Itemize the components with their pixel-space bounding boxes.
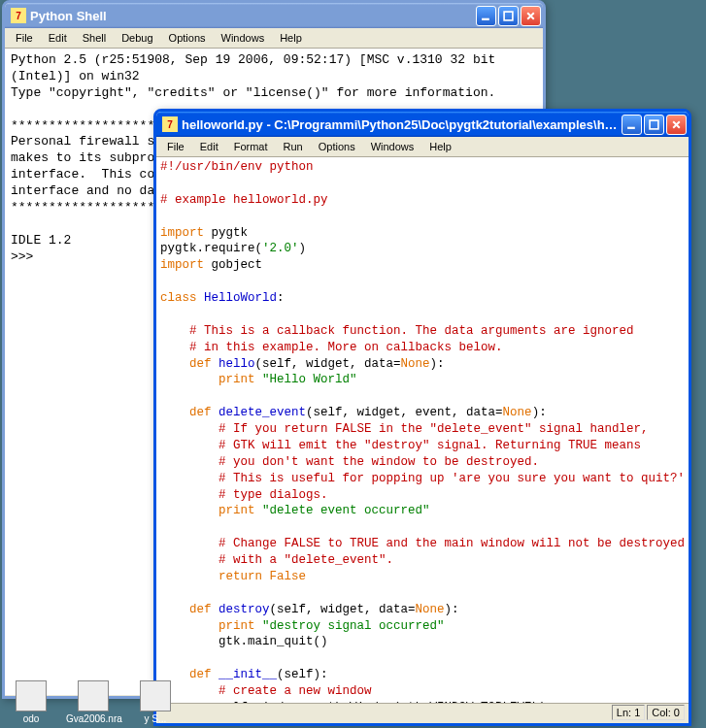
close-button[interactable] [666,115,687,135]
editor-content[interactable]: #!/usr/bin/env python # example hellowor… [156,157,689,703]
desktop-icon-label: Gva2006.nra [66,713,120,724]
status-col: Col: 0 [647,705,685,720]
menu-options[interactable]: Options [162,30,213,46]
menu-options[interactable]: Options [312,139,362,154]
code-line [160,274,685,290]
code-line: import gobject [160,257,685,274]
code-line [160,176,685,192]
desktop-icons: odoGva2006.nray S... [4,680,183,724]
file-icon [16,680,47,711]
menu-shell[interactable]: Shell [76,30,113,46]
code-line [160,388,685,405]
menu-windows[interactable]: Windows [364,139,421,154]
maximize-button[interactable] [644,115,664,135]
code-line: class HelloWorld: [160,290,685,307]
editor-title: helloworld.py - C:\Programmi\Python25\Do… [182,117,622,132]
shell-titlebar[interactable]: 7 Python Shell [5,3,543,28]
code-line: # you don't want the window to be destro… [160,454,685,471]
code-line: # Change FALSE to TRUE and the main wind… [160,536,685,552]
menu-run[interactable]: Run [277,139,310,154]
close-button[interactable] [521,6,541,26]
editor-window: 7 helloworld.py - C:\Programmi\Python25\… [153,109,691,726]
editor-titlebar[interactable]: 7 helloworld.py - C:\Programmi\Python25\… [156,112,689,137]
minimize-button[interactable] [476,6,496,26]
code-line: def delete_event(self, widget, event, da… [160,405,685,421]
editor-window-buttons [622,115,687,135]
code-line: print "destroy signal occurred" [160,618,685,635]
editor-statusbar: Ln: 1 Col: 0 [156,703,689,720]
code-line [160,650,685,667]
code-line: # GTK will emit the "destroy" signal. Re… [160,438,685,454]
python-icon: 7 [162,116,178,132]
status-line: Ln: 1 [612,705,645,720]
menu-help[interactable]: Help [273,30,309,46]
svg-rect-2 [627,126,635,128]
menu-file[interactable]: File [160,139,191,154]
desktop-icon-label: y S... [128,713,183,724]
python-icon: 7 [11,8,26,23]
menu-debug[interactable]: Debug [115,30,159,46]
code-line [160,585,685,602]
shell-menubar: FileEditShellDebugOptionsWindowsHelp [5,28,543,49]
code-line: print "Hello World" [160,372,685,388]
svg-rect-3 [650,120,658,129]
code-line: def hello(self, widget, data=None): [160,356,685,373]
editor-menubar: FileEditFormatRunOptionsWindowsHelp [156,137,689,157]
svg-rect-1 [504,12,513,20]
shell-window-buttons [476,6,541,26]
code-line: # This is a callback function. The data … [160,323,685,340]
code-line [160,209,685,225]
code-line: # This is useful for popping up 'are you… [160,471,685,487]
shell-line: Python 2.5 (r25:51908, Sep 19 2006, 09:5… [11,52,537,85]
code-line: # If you return FALSE in the "delete_eve… [160,421,685,438]
code-line: #!/usr/bin/env python [160,159,685,176]
file-icon [78,680,109,711]
minimize-button[interactable] [622,115,642,135]
desktop-icon[interactable]: odo [4,680,58,724]
maximize-button[interactable] [498,6,519,26]
code-line: def __init__(self): [160,667,685,683]
desktop-icon[interactable]: y S... [128,680,183,724]
menu-help[interactable]: Help [422,139,458,154]
shell-line: Type "copyright", "credits" or "license(… [11,85,537,102]
menu-edit[interactable]: Edit [193,139,225,154]
code-line: def destroy(self, widget, data=None): [160,602,685,618]
desktop-icon-label: odo [4,713,58,724]
svg-rect-0 [482,17,489,19]
code-line [160,519,685,536]
shell-title: Python Shell [30,9,476,23]
code-line: # in this example. More on callbacks bel… [160,340,685,356]
code-line: gtk.main_quit() [160,634,685,650]
code-line [160,307,685,323]
code-line: pygtk.require('2.0') [160,241,685,257]
code-line: print "delete event occurred" [160,503,685,519]
code-line: # type dialogs. [160,487,685,504]
menu-format[interactable]: Format [227,139,275,154]
code-line: # with a "delete_event". [160,552,685,569]
code-line: return False [160,569,685,585]
menu-file[interactable]: File [9,30,40,46]
menu-edit[interactable]: Edit [42,30,74,46]
code-line: # create a new window [160,683,685,700]
code-line: import pygtk [160,225,685,242]
code-line: # example helloworld.py [160,192,685,209]
file-icon [140,680,171,711]
menu-windows[interactable]: Windows [215,30,272,46]
desktop-icon[interactable]: Gva2006.nra [66,680,120,724]
